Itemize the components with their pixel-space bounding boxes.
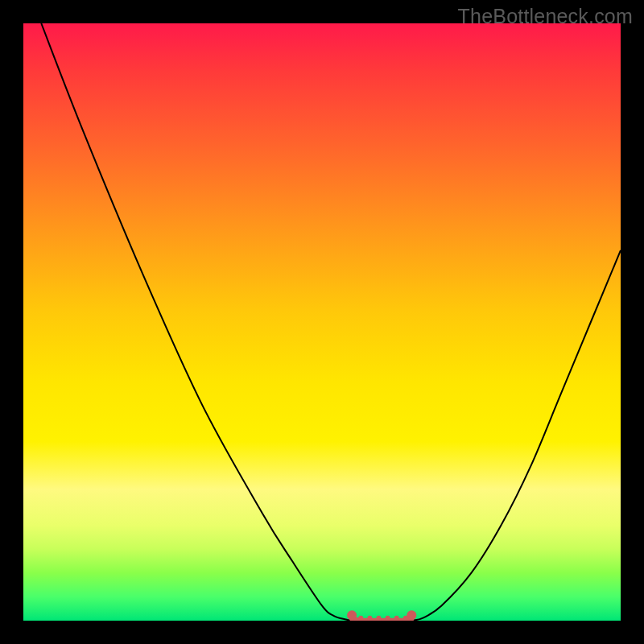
right-curve-path (411, 250, 621, 621)
svg-rect-4 (386, 616, 390, 621)
marker-right-dot (407, 610, 416, 620)
chart-curves (23, 23, 621, 621)
svg-rect-3 (376, 616, 381, 621)
svg-rect-1 (358, 616, 363, 621)
flat-bottom-markers (349, 614, 414, 621)
svg-rect-5 (394, 616, 399, 621)
marker-left-dot (347, 610, 357, 620)
svg-rect-2 (367, 616, 372, 621)
left-curve-path (41, 23, 352, 621)
